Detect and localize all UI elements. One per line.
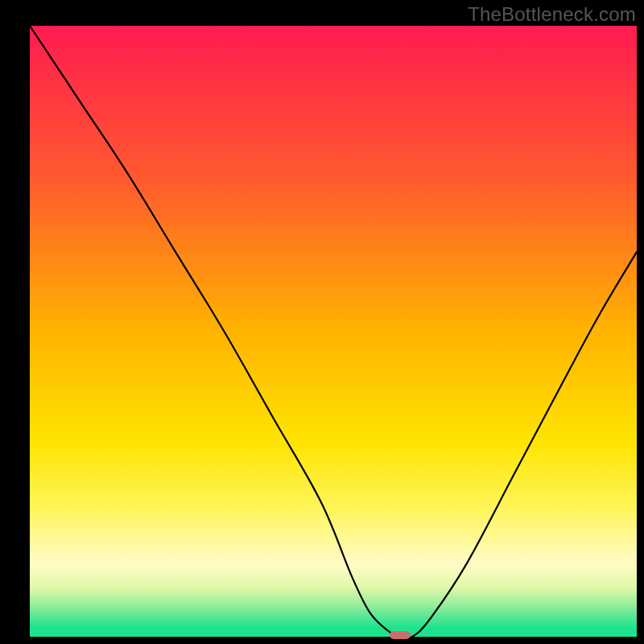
watermark-text: TheBottleneck.com xyxy=(468,3,636,26)
optimal-marker xyxy=(390,631,411,639)
plot-background xyxy=(30,26,637,637)
chart-frame: TheBottleneck.com xyxy=(0,0,644,644)
gradient-plot xyxy=(0,0,644,644)
